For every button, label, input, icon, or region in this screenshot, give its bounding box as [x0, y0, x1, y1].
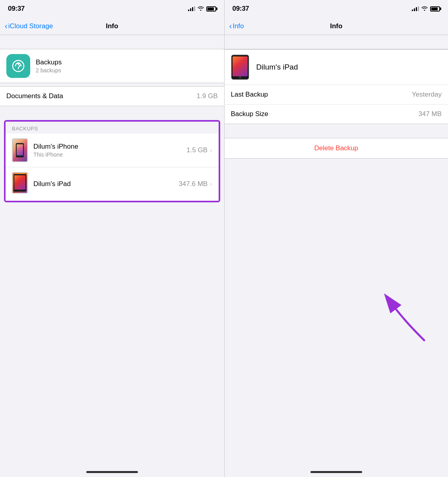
- delete-backup-label: Delete Backup: [314, 144, 358, 152]
- right-wifi-icon: [421, 6, 428, 12]
- svg-rect-9: [233, 56, 248, 76]
- left-status-icons: [188, 6, 216, 12]
- device-header-section: Dilum's iPad Last Backup Yesterday Backu…: [225, 49, 448, 124]
- right-home-indicator: [310, 471, 362, 473]
- left-back-label: iCloud Storage: [8, 22, 53, 30]
- right-status-icons: [412, 6, 440, 12]
- left-nav-bar: ‹ iCloud Storage Info: [0, 17, 224, 35]
- ipad-backup-row[interactable]: Dilum's iPad 347.6 MB ›: [6, 167, 219, 201]
- left-top-gap: [0, 35, 224, 49]
- ipad-device-info: Dilum's iPad: [33, 180, 178, 188]
- backups-icon: [6, 54, 30, 78]
- doc-data-row[interactable]: Documents & Data 1.9 GB: [0, 86, 224, 106]
- left-status-bar: 09:37: [0, 0, 224, 17]
- svg-point-4: [19, 155, 21, 157]
- iphone-thumb: [12, 138, 28, 162]
- device-header-row: Dilum's iPad: [225, 49, 448, 85]
- device-header-name: Dilum's iPad: [256, 63, 298, 72]
- backups-row-text: Backups 2 backups: [36, 58, 218, 74]
- backups-header-label: BACKUPS: [12, 126, 38, 132]
- svg-point-0: [13, 60, 24, 72]
- battery-icon: [206, 6, 216, 12]
- right-top-gap: [225, 35, 448, 49]
- right-nav-bar: ‹ Info Info: [225, 17, 448, 35]
- iphone-device-name: Dilum's iPhone: [33, 143, 186, 151]
- right-time: 09:37: [233, 5, 249, 13]
- svg-rect-6: [14, 175, 25, 190]
- doc-value: 1.9 GB: [197, 92, 218, 100]
- iphone-backup-row[interactable]: Dilum's iPhone This iPhone 1.5 GB ›: [6, 134, 219, 167]
- right-back-button[interactable]: ‹ Info: [229, 21, 244, 31]
- left-home-indicator: [86, 471, 138, 473]
- svg-rect-3: [17, 144, 23, 155]
- right-back-chevron-icon: ‹: [229, 21, 232, 31]
- ipad-chevron-icon: ›: [210, 180, 212, 188]
- right-phone-panel: 09:37 ‹ Info Inf: [224, 0, 448, 477]
- backups-title: Backups: [36, 58, 218, 66]
- backups-subtitle: 2 backups: [36, 67, 218, 74]
- last-backup-value: Yesterday: [412, 91, 442, 99]
- left-content: Backups 2 backups Documents & Data 1.9 G…: [0, 35, 224, 477]
- ipad-size: 347.6 MB: [178, 180, 208, 188]
- right-battery-icon: [430, 6, 440, 12]
- left-back-chevron-icon: ‹: [5, 21, 8, 31]
- svg-point-10: [239, 77, 241, 79]
- right-nav-title: Info: [330, 22, 342, 30]
- backups-row-section: Backups 2 backups: [0, 49, 224, 83]
- svg-point-7: [19, 190, 21, 191]
- iphone-device-info: Dilum's iPhone This iPhone: [33, 143, 186, 158]
- left-phone-panel: 09:37 ‹ iCloud Storage: [0, 0, 224, 477]
- backup-size-label: Backup Size: [231, 110, 269, 118]
- delete-backup-section: Delete Backup: [225, 138, 448, 159]
- doc-gap: [0, 83, 224, 86]
- signal-bars-icon: [188, 6, 195, 11]
- doc-label: Documents & Data: [6, 92, 63, 100]
- backups-list-row[interactable]: Backups 2 backups: [0, 49, 224, 83]
- delete-backup-button[interactable]: Delete Backup: [225, 138, 448, 158]
- right-back-label: Info: [233, 22, 244, 30]
- backup-size-row: Backup Size 347 MB: [225, 105, 448, 124]
- device-header-icon: [231, 54, 251, 80]
- left-nav-title: Info: [106, 22, 118, 30]
- right-status-bar: 09:37: [225, 0, 448, 17]
- left-time: 09:37: [8, 5, 25, 13]
- iphone-size: 1.5 GB: [186, 146, 208, 154]
- backup-size-value: 347 MB: [418, 110, 442, 118]
- backups-section-header: BACKUPS: [6, 122, 219, 134]
- wifi-icon: [198, 6, 204, 12]
- backups-section: BACKUPS: [4, 120, 220, 202]
- left-back-button[interactable]: ‹ iCloud Storage: [5, 21, 53, 31]
- last-backup-label: Last Backup: [231, 91, 268, 99]
- ipad-thumb: [12, 172, 28, 196]
- iphone-device-subtitle: This iPhone: [33, 151, 186, 158]
- ipad-device-name: Dilum's iPad: [33, 180, 178, 188]
- right-signal-bars-icon: [412, 6, 419, 11]
- last-backup-row: Last Backup Yesterday: [225, 85, 448, 105]
- right-content: Dilum's iPad Last Backup Yesterday Backu…: [225, 35, 448, 477]
- iphone-chevron-icon: ›: [210, 147, 212, 154]
